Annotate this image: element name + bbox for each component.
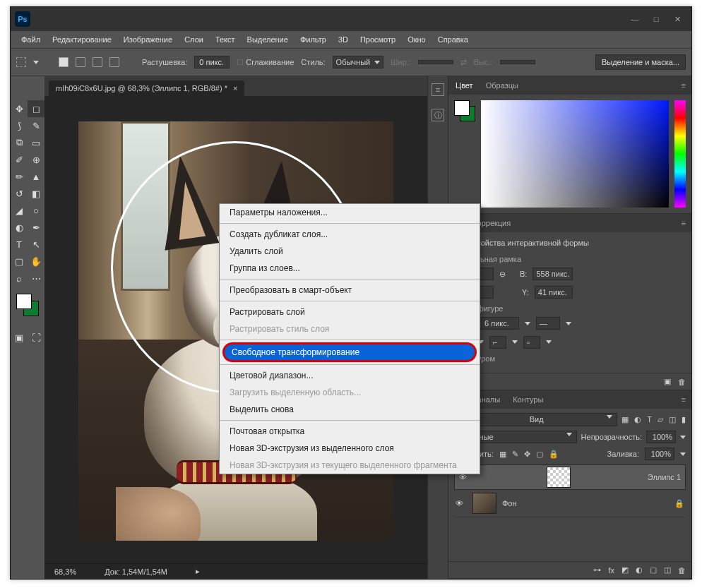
lock-all-icon[interactable]: 🔒: [549, 450, 559, 459]
collapsed-panel-icon[interactable]: ≡: [432, 83, 444, 96]
maximize-button[interactable]: □: [646, 12, 666, 26]
lock-artboard-icon[interactable]: ▢: [536, 450, 543, 459]
stamp-tool[interactable]: ▲: [28, 168, 44, 185]
lock-paint-icon[interactable]: ✎: [512, 450, 518, 459]
move-tool[interactable]: ✥: [11, 100, 28, 117]
frame-tool[interactable]: ▭: [28, 134, 44, 151]
panel-menu-icon[interactable]: ≡: [682, 395, 686, 404]
w-input[interactable]: 558 пикс.: [533, 268, 573, 280]
feather-input[interactable]: 0 пикс.: [194, 56, 230, 68]
close-tab-icon[interactable]: ×: [233, 84, 237, 92]
mask-icon[interactable]: ◩: [621, 565, 629, 575]
y-input[interactable]: 41 пикс.: [535, 286, 573, 299]
menu-filter[interactable]: Фильтр: [295, 33, 331, 46]
tool-preset-dropdown-icon[interactable]: [33, 61, 39, 64]
ctx-free-transform[interactable]: Свободное трансформирование: [222, 342, 477, 362]
menu-text[interactable]: Текст: [210, 33, 240, 46]
hue-slider[interactable]: [674, 100, 686, 208]
panel-color-swatch[interactable]: [454, 100, 475, 121]
menu-edit[interactable]: Редактирование: [47, 33, 117, 46]
filter-shape-icon[interactable]: ▱: [658, 415, 663, 424]
brush-tool[interactable]: ✏: [11, 168, 28, 185]
selection-add-icon[interactable]: [76, 57, 85, 67]
delete-layer-icon[interactable]: 🗑: [678, 566, 686, 575]
menu-3d[interactable]: 3D: [333, 33, 353, 46]
select-and-mask-button[interactable]: Выделение и маска...: [595, 54, 686, 70]
filter-pixel-icon[interactable]: ▦: [621, 415, 629, 424]
screenmode-tool[interactable]: ⛶: [28, 329, 44, 346]
fill-input[interactable]: 100%: [645, 448, 674, 460]
filter-toggle[interactable]: ▮: [682, 415, 686, 424]
lock-pos-icon[interactable]: ✥: [524, 450, 530, 459]
history-brush-tool[interactable]: ↺: [11, 185, 28, 202]
close-button[interactable]: ✕: [667, 12, 687, 26]
corner-style[interactable]: ⌐: [489, 336, 506, 349]
blur-tool[interactable]: ○: [28, 202, 44, 219]
stroke-width[interactable]: 6 пикс.: [481, 317, 519, 330]
filter-adjust-icon[interactable]: ◐: [634, 415, 641, 424]
status-chevron-icon[interactable]: ▸: [196, 567, 200, 576]
path-select-tool[interactable]: ↖: [28, 236, 44, 253]
quick-select-tool[interactable]: ✎: [28, 117, 44, 134]
ctx-postcard[interactable]: Почтовая открытка: [220, 423, 480, 440]
lasso-tool[interactable]: ⟆: [11, 117, 28, 134]
minimize-button[interactable]: ―: [625, 12, 645, 26]
marquee-tool[interactable]: ◻: [28, 100, 44, 117]
ctx-rasterize-layer[interactable]: Растрировать слой: [220, 304, 480, 320]
menu-select[interactable]: Выделение: [242, 33, 293, 46]
ctx-blending-options[interactable]: Параметры наложения...: [220, 204, 480, 221]
heal-tool[interactable]: ⊕: [28, 151, 44, 168]
mask-icon[interactable]: ▣: [664, 377, 671, 386]
ctx-reselect[interactable]: Выделить снова: [220, 401, 480, 418]
crop-tool[interactable]: ⧉: [11, 134, 28, 151]
layer-thumb[interactable]: [472, 493, 496, 514]
style-select[interactable]: Обычный: [333, 56, 384, 68]
collapsed-panel-icon[interactable]: ⓘ: [432, 109, 444, 121]
layer-name[interactable]: Эллипс 1: [648, 473, 681, 481]
document-tab[interactable]: mIh09iC8x6U.jpg @ 68,3% (Эллипс 1, RGB/8…: [49, 80, 244, 96]
filter-type-icon[interactable]: T: [647, 415, 652, 424]
panel-menu-icon[interactable]: ≡: [682, 219, 686, 227]
layer-item-background[interactable]: 👁 Фон 🔒: [454, 490, 686, 517]
filter-smart-icon[interactable]: ◫: [669, 415, 676, 424]
stroke-style[interactable]: ―: [536, 317, 560, 330]
opacity-input[interactable]: 100%: [646, 431, 676, 443]
hand-tool[interactable]: ✋: [28, 253, 44, 270]
chevron-down-icon[interactable]: [525, 322, 530, 325]
eraser-tool[interactable]: ◧: [28, 185, 44, 202]
selection-subtract-icon[interactable]: [93, 57, 102, 67]
tab-paths[interactable]: Контуры: [511, 392, 545, 407]
ctx-color-range[interactable]: Цветовой диапазон...: [220, 367, 480, 384]
panel-menu-icon[interactable]: ≡: [682, 81, 686, 90]
link-layers-icon[interactable]: ⊶: [593, 565, 601, 575]
ctx-group-layers[interactable]: Группа из слоев...: [220, 260, 480, 277]
marquee-icon[interactable]: [16, 57, 26, 67]
tab-swatches[interactable]: Образцы: [484, 78, 520, 92]
type-tool[interactable]: T: [11, 236, 28, 253]
color-picker[interactable]: [481, 100, 669, 208]
gradient-tool[interactable]: ◢: [11, 202, 28, 219]
ctx-3d-extrude-layer[interactable]: Новая 3D-экструзия из выделенного слоя: [220, 440, 480, 457]
selection-intersect-icon[interactable]: [109, 57, 119, 67]
doc-info[interactable]: Док: 1,54M/1,54M: [105, 568, 167, 576]
group-icon[interactable]: ▢: [650, 565, 657, 575]
menu-window[interactable]: Окно: [403, 33, 431, 46]
adjustment-icon[interactable]: ◐: [636, 565, 643, 575]
selection-new-icon[interactable]: [59, 57, 69, 67]
dodge-tool[interactable]: ◐: [11, 219, 28, 236]
zoom-tool[interactable]: ⌕: [11, 270, 28, 287]
layer-name[interactable]: Фон: [502, 499, 517, 508]
tab-color[interactable]: Цвет: [454, 78, 475, 92]
quickmask-tool[interactable]: ▣: [11, 329, 28, 346]
menu-file[interactable]: Файл: [16, 33, 45, 46]
color-swatch[interactable]: [16, 294, 39, 316]
align-style[interactable]: ▫: [523, 336, 540, 349]
lock-trans-icon[interactable]: ▦: [499, 450, 506, 459]
eyedropper-tool[interactable]: ✐: [11, 151, 28, 168]
layer-thumb[interactable]: [547, 467, 571, 488]
new-layer-icon[interactable]: ◫: [664, 565, 671, 575]
zoom-level[interactable]: 68,3%: [54, 568, 76, 576]
ctx-delete-layer[interactable]: Удалить слой: [220, 243, 480, 260]
lock-icon[interactable]: 🔒: [674, 499, 684, 508]
menu-image[interactable]: Изображение: [119, 33, 177, 46]
